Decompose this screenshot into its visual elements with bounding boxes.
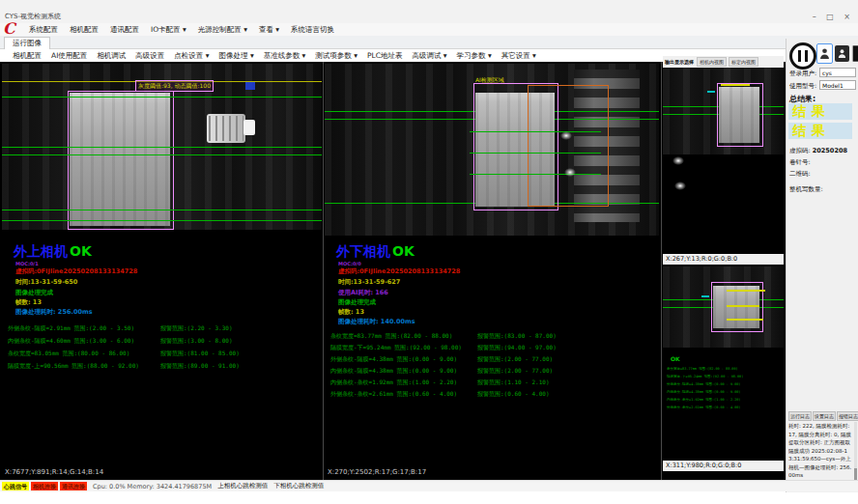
ai-roi-rectangle (528, 85, 609, 207)
glare-spot (672, 156, 684, 165)
toolbar-button[interactable]: 相机配置 (8, 51, 46, 61)
log-scrollbar[interactable] (854, 422, 857, 482)
window-close-button[interactable]: × (844, 13, 854, 21)
mini-measure-line: 内侧条纹-隔膜=4.38mm 范围:(0.00 - 9.00) (667, 388, 743, 396)
menu-item[interactable]: 相机配置 (64, 25, 104, 35)
model-label: 使用型号: (789, 82, 816, 91)
camera-name-label: 外下相机OK (336, 243, 415, 261)
mode-label: MOC:0/1 (15, 261, 39, 266)
toolbar-button[interactable]: 测试项参数 ▾ (310, 51, 362, 61)
thumb-tab[interactable]: 标定内视图 (729, 57, 758, 67)
camera-view-upper[interactable]: 灰度阈值:93, 动态阈值:100 外上相机OK MOC:0/1 虚拟码:0FI… (2, 64, 322, 480)
user-icon (819, 47, 830, 60)
log-text: 耗时: 222, 隔膜检测耗时: 17, 隔膜分离耗时: 0, 隔膜提取分区耗时… (788, 422, 852, 482)
pin-number-label: 卷针号: (789, 158, 811, 167)
connector-image (207, 114, 245, 143)
result-ok-label: OK (70, 243, 92, 259)
alarm-range: 报警范围:(2.00 - 77.00) (477, 355, 553, 364)
thumb-selector-label: 输出显示选择 (665, 59, 694, 65)
menu-item[interactable]: 系统语言切换 (285, 25, 340, 35)
thumbnail-view-top[interactable] (663, 68, 784, 254)
write-count-label: 整机写数量: (789, 185, 823, 194)
exit-button[interactable] (850, 42, 858, 65)
menu-item[interactable]: 查看 ▾ (253, 25, 285, 35)
menu-item[interactable]: 光源控制配置 ▾ (192, 25, 253, 35)
glare-spot (674, 182, 686, 190)
mini-measure-lines: 条纹宽度=83.77mm 范围:(82.00 - 88.00)隔膜宽度-下=95… (667, 365, 743, 411)
glare-spot (560, 131, 572, 140)
measure-value: 内侧条纹-条纹=1.92mm 范围:(1.00 - 2.20) (330, 378, 457, 387)
measure-value: 条纹宽度=83.05mm 范围:(80.00 - 86.00) (8, 350, 129, 358)
alarm-range: 报警范围:(1.10 - 2.10) (477, 378, 550, 387)
thumb-tab[interactable]: 相机内视图 (697, 57, 727, 67)
qr-code-label: 二维码: (789, 170, 811, 179)
process-done-label: 图像处理完成 (338, 298, 376, 307)
barcode-value: 20250208 (813, 147, 847, 154)
toolbar-button[interactable]: 相机调试 (92, 51, 130, 61)
menu-items: 系统配置相机配置通讯配置IO卡配置 ▾光源控制配置 ▾查看 ▾系统语言切换 (23, 23, 340, 36)
mini-threshold-label (727, 319, 763, 321)
alarm-range: 报警范围:(2.20 - 3.30) (160, 324, 233, 333)
login-user-field[interactable]: cys (819, 68, 856, 77)
window-maximize-button[interactable]: □ (826, 13, 838, 21)
tab-strip: 运行图像 (0, 36, 858, 49)
log-tab[interactable]: 报错日志 (837, 411, 858, 421)
status-badges: 心跳信号相机连接通讯连接 (2, 482, 87, 490)
status-badge: 相机连接 (31, 482, 58, 490)
status-badge: 通讯连接 (60, 482, 87, 490)
window-minimize-button[interactable]: – (813, 13, 820, 21)
measure-line (2, 97, 322, 98)
lower-camera-heartbeat-label: 下相机心跳检测值 (273, 482, 324, 490)
toolbar-button[interactable]: 图像处理 ▾ (214, 51, 259, 61)
tab-run-image[interactable]: 运行图像 (4, 37, 50, 49)
toolbar-button[interactable]: 高级调试 ▾ (407, 51, 451, 61)
measure-line (470, 153, 601, 154)
window-controls: – □ × (813, 13, 854, 21)
process-done-label: 图像处理完成 (15, 289, 53, 297)
toolbar-button[interactable]: 点检设置 ▾ (169, 51, 214, 61)
measure-value: 外侧条纹-隔膜=4.38mm 范围:(0.00 - 9.00) (330, 355, 457, 364)
cell-image (70, 93, 170, 226)
mini-measure-line: 内侧条纹-条纹=1.92mm 范围:(1.00 - 2.20) (667, 396, 743, 404)
camera-name-label: 外上相机OK (14, 243, 92, 261)
toolbar-button[interactable]: AI使用配置 (46, 51, 92, 61)
log-tab[interactable]: 运行日志 (788, 411, 812, 421)
toolbar-button[interactable]: 其它设置 ▾ (497, 51, 541, 61)
result-display-2: 结果 (788, 123, 852, 139)
toolbar-button[interactable]: PLC地址表 (362, 51, 407, 61)
frame-count-label: 帧数: 13 (15, 298, 42, 307)
toolbar-button[interactable]: 基准线参数 ▾ (259, 51, 311, 61)
measure-line (2, 154, 322, 155)
user-login-button[interactable] (816, 43, 833, 64)
mini-measure-line: 外侧条纹-条纹=2.61mm 范围:(0.60 - 4.00) (667, 404, 743, 411)
barcode-label: 虚拟码: (789, 147, 811, 154)
frame-count-label: 帧数: 13 (338, 308, 364, 317)
app-window: CYS-视觉检测系统 – □ × C 系统配置相机配置通讯配置IO卡配置 ▾光源… (0, 0, 858, 504)
thumb-coords-bar: X:311;Y:980;R:0;G:0;B:0 (663, 461, 784, 471)
menu-item[interactable]: 系统配置 (23, 25, 64, 35)
status-bar: 心跳信号相机连接通讯连接 Cpu: 0.0% Memory: 3424.4179… (0, 480, 858, 491)
status-badge: 心跳信号 (2, 482, 29, 490)
camera-view-lower[interactable]: AI检测区域 外下相机OK MOC:0/0 虚拟码:0FIJline202502… (325, 64, 659, 480)
panel-divider (323, 62, 324, 480)
thumbnail-view-bottom[interactable]: OK 条纹宽度=83.77mm 范围:(82.00 - 88.00)隔膜宽度-下… (663, 266, 784, 461)
ai-region-label: AI检测区域 (475, 76, 504, 85)
glare-spot (564, 168, 576, 177)
menu-item[interactable]: 通讯配置 (104, 25, 145, 35)
pause-button[interactable] (789, 42, 816, 70)
cursor-coords-label: X:270;Y:2502;R:17;G:17;B:17 (328, 468, 426, 476)
login-user-label: 登录用户: (789, 70, 816, 78)
barcode-label: 虚拟码:0FIJline20250208133134728 (15, 267, 137, 276)
connector-tab-image (243, 120, 255, 135)
log-tab[interactable]: 设置日志 (813, 411, 836, 421)
user-switch-button[interactable] (835, 45, 849, 62)
toolbar-button[interactable]: 学习参数 ▾ (452, 51, 497, 61)
menu-item[interactable]: IO卡配置 ▾ (145, 25, 192, 35)
toolbar-button[interactable]: 高级设置 (130, 51, 169, 61)
measure-value: 隔膜宽度-上=90.56mm 范围:(88.00 - 92.00) (8, 362, 139, 371)
mini-threshold-label (721, 84, 750, 86)
model-field[interactable]: Model1 (819, 80, 856, 90)
mode-label: MOC:0/0 (338, 261, 361, 266)
mini-measure-line: 外侧条纹-隔膜=4.38mm 范围:(0.00 - 9.00) (667, 380, 743, 388)
mini-threshold-label (727, 305, 759, 307)
